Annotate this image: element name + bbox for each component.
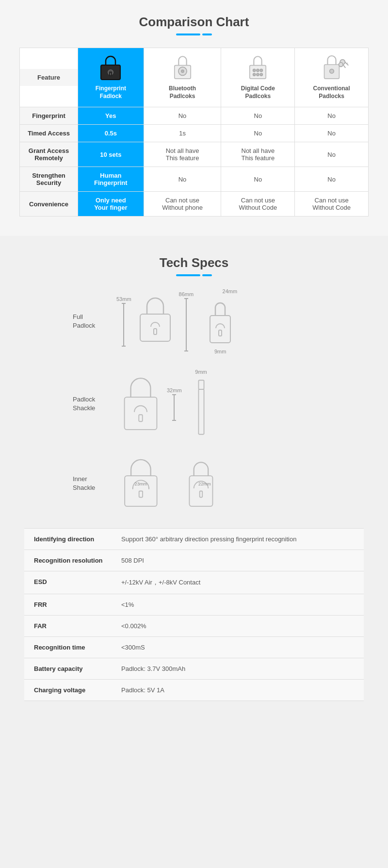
value-cell-r1-c3: No [295, 125, 369, 142]
svg-rect-23 [219, 330, 222, 336]
value-cell-r4-c2: Can not useWithout Code [221, 192, 295, 217]
svg-rect-29 [139, 491, 143, 498]
full-padlock-diagram-row: FullPadlock 53mm [73, 288, 315, 354]
svg-rect-24 [125, 397, 157, 430]
value-cell-r3-c0: HumanFingerprint [78, 167, 144, 192]
conventional-header-cell: ConventionalPadlocks [295, 48, 369, 107]
fingerprint-col-header: FingerprintFadlock [78, 48, 144, 107]
techspecs-title: Tech Specs [10, 255, 378, 270]
bluetooth-col-header: BluetoothPadlcoks [144, 48, 221, 107]
specs-key-1: Recognition resolution [34, 557, 121, 564]
conventional-col-header: ConventionalPadlocks [295, 48, 368, 107]
specs-key-4: FAR [34, 622, 121, 630]
bracket-top [122, 303, 126, 304]
full-padlock-front: 53mm [116, 291, 194, 351]
specs-row-3: FRR<1% [24, 594, 364, 616]
svg-point-7 [253, 69, 256, 71]
width-53-label: 53mm [116, 296, 131, 302]
comparison-section: Comparison Chart Feature [0, 0, 388, 236]
divider-small-2 [202, 274, 212, 276]
svg-point-9 [260, 69, 263, 71]
value-cell-r1-c2: No [221, 125, 295, 142]
svg-text:22mm: 22mm [198, 482, 211, 487]
hb-top [184, 298, 188, 299]
conventional-col-label: ConventionalPadlocks [313, 85, 350, 100]
specs-key-3: FRR [34, 601, 121, 608]
value-cell-r1-c0: 0.5s [78, 125, 144, 142]
inner-shackle-diagram-row: InnerShackle 23mm [73, 453, 315, 514]
svg-rect-25 [139, 415, 142, 421]
bracket-bottom [122, 346, 126, 347]
shackle-front-svg [116, 372, 165, 435]
specs-row-4: FAR<0.002% [24, 616, 364, 637]
specs-val-4: <0.002% [121, 622, 354, 630]
divider-main [176, 33, 200, 35]
value-cell-r3-c1: No [144, 167, 221, 192]
feature-header-cell: Feature [20, 48, 78, 107]
dim-9-shackle: 9mm [195, 369, 207, 375]
comparison-title: Comparison Chart [10, 15, 378, 30]
svg-point-12 [260, 73, 263, 76]
feature-cell-3: StrengthenSecurity [20, 167, 78, 192]
sb-top [172, 394, 176, 395]
specs-val-3: <1% [121, 601, 354, 608]
specs-row-6: Battery capacityPadlock: 3.7V 300mAh [24, 658, 364, 680]
digital-col-header: Digital CodePadlcoks [221, 48, 294, 107]
table-row: ConvenienceOnly needYour fingerCan not u… [20, 192, 369, 217]
inner-shackle-side-wrap: 22mm [179, 453, 228, 514]
value-cell-r2-c3: No [295, 142, 369, 167]
value-cell-r2-c2: Not all haveThis feature [221, 142, 295, 167]
bluetooth-padlock-icon [169, 53, 196, 82]
digital-padlock-icon [244, 53, 271, 82]
specs-val-1: 508 DPI [121, 557, 354, 564]
specs-val-7: Padlock: 5V 1A [121, 686, 354, 694]
svg-text:23mm: 23mm [135, 482, 147, 487]
svg-rect-26 [198, 380, 204, 389]
inner-shackle-front-wrap: 23mm [116, 453, 170, 514]
value-cell-r2-c0: 10 sets [78, 142, 144, 167]
full-padlock-label: FullPadlock [73, 313, 116, 330]
shackle-side-wrap: 9mm [192, 369, 211, 439]
specs-row-1: Recognition resolution508 DPI [24, 550, 364, 571]
dim-9: 9mm [203, 349, 237, 354]
specs-row-5: Recognition time<300mS [24, 637, 364, 658]
value-cell-r3-c2: No [221, 167, 295, 192]
conventional-padlock-icon [315, 53, 349, 82]
inner-shackle-label: InnerShackle [73, 475, 116, 492]
svg-point-14 [329, 69, 334, 73]
table-row: StrengthenSecurityHumanFingerprintNoNoNo [20, 167, 369, 192]
fingerprint-padlock-icon [96, 53, 125, 82]
bluetooth-header-cell: BluetoothPadlcoks [144, 48, 221, 107]
value-cell-r0-c1: No [144, 107, 221, 125]
padlock-diagrams: FullPadlock 53mm [73, 288, 315, 514]
specs-row-7: Charging voltagePadlock: 5V 1A [24, 680, 364, 701]
value-cell-r4-c0: Only needYour finger [78, 192, 144, 217]
value-cell-r0-c3: No [295, 107, 369, 125]
specs-key-7: Charging voltage [34, 686, 121, 694]
side-svg-wrap [203, 295, 237, 349]
feature-cell-1: Timed Access [20, 125, 78, 142]
front-padlock-svg-wrap [133, 294, 177, 349]
svg-point-5 [181, 70, 183, 72]
digital-header-cell: Digital CodePadlcoks [221, 48, 295, 107]
svg-point-11 [257, 73, 259, 76]
hb-bottom [184, 351, 188, 351]
table-row: Grant AccessRemotely10 setsNot all haveT… [20, 142, 369, 167]
specs-key-0: Identifying direction [34, 535, 121, 543]
techspecs-divider [10, 274, 378, 276]
dim-24: 24mm [203, 288, 237, 294]
specs-row-2: ESD+/-12kV Air，+/-8kV Contact [24, 571, 364, 594]
divider-small [202, 33, 212, 35]
feature-cell-0: Fingerprint [20, 107, 78, 125]
svg-line-19 [343, 65, 345, 68]
svg-rect-21 [154, 329, 157, 334]
inner-shackle-images: 23mm 22mm [116, 453, 315, 514]
padlock-shackle-label: PadlockShackle [73, 395, 116, 413]
value-cell-r0-c2: No [221, 107, 295, 125]
specs-row-0: Identifying directionSupport 360° arbitr… [24, 529, 364, 550]
comparison-divider [10, 33, 378, 35]
value-cell-r3-c3: No [295, 167, 369, 192]
svg-rect-27 [198, 389, 204, 434]
sb-bottom [172, 420, 176, 421]
digital-col-label: Digital CodePadlcoks [241, 85, 275, 100]
